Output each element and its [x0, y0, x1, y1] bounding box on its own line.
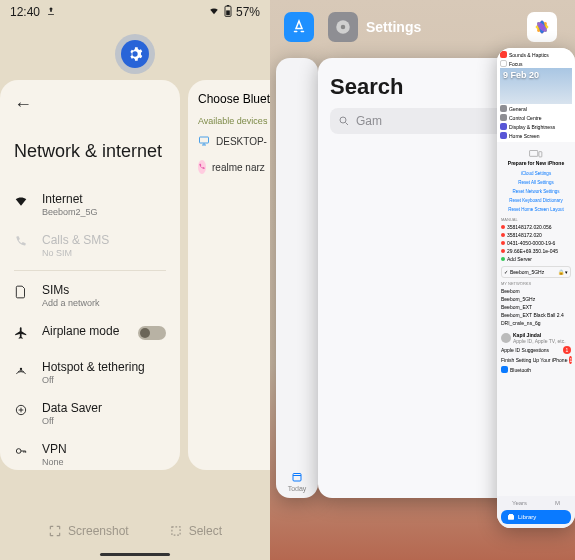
datasaver-icon [14, 403, 30, 421]
phone-icon [14, 235, 30, 253]
svg-rect-19 [539, 152, 542, 157]
sim-icon [14, 285, 30, 303]
wifi-net[interactable]: Beebom_EXT Black Ball 2.4 [501, 311, 571, 319]
reset-keyboard[interactable]: Reset Keyboard Dictionary [501, 196, 571, 205]
icloud-link[interactable]: iCloud Settings [501, 169, 571, 178]
settings-search-card[interactable]: Search Gam [318, 58, 518, 498]
reset-network[interactable]: Reset Network Settings [501, 187, 571, 196]
svg-rect-16 [293, 474, 301, 482]
upload-icon [46, 5, 56, 19]
device-phone[interactable]: realme narz [198, 160, 260, 174]
item-datasaver[interactable]: Data SaverOff [14, 393, 166, 434]
divider [14, 270, 166, 271]
library-tab[interactable]: Library [501, 510, 571, 524]
svg-rect-2 [227, 5, 229, 6]
svg-rect-18 [530, 151, 538, 157]
available-label: Available devices [198, 116, 260, 126]
home-indicator[interactable] [100, 553, 170, 556]
item-internet[interactable]: InternetBeebom2_5G [14, 184, 166, 225]
wifi-net[interactable]: Beebom [501, 287, 571, 295]
bluetooth-title: Choose Bluetooth [198, 92, 260, 106]
search-title: Search [330, 74, 506, 100]
battery-icon [224, 5, 232, 20]
recent-actions: Screenshot Select [0, 524, 270, 538]
wifi-icon [208, 5, 220, 19]
devices-icon [529, 149, 543, 159]
monitor-icon [198, 134, 210, 148]
svg-point-9 [341, 25, 346, 30]
appleid-suggestions[interactable]: Apple ID Suggestions1 [501, 345, 571, 355]
bluetooth-card: Choose Bluetooth Available devices DESKT… [188, 80, 270, 470]
item-calls-sms[interactable]: Calls & SMSNo SIM [14, 225, 166, 266]
item-sims[interactable]: SIMsAdd a network [14, 275, 166, 316]
search-placeholder: Gam [356, 114, 382, 128]
vpn-icon [14, 444, 30, 462]
years-tab[interactable]: Years [512, 500, 527, 506]
svg-point-3 [20, 368, 22, 370]
ios-pane: Settings Today Search Gam Sounds & Hapti… [270, 0, 575, 560]
svg-rect-7 [172, 527, 180, 535]
android-pane: 12:40 57% ← Network & internet InternetB… [0, 0, 270, 560]
appstore-card[interactable]: Today [276, 58, 318, 498]
svg-rect-20 [508, 515, 514, 520]
today-tab[interactable]: Today [276, 471, 318, 492]
airplane-toggle[interactable] [138, 326, 166, 340]
status-time: 12:40 [10, 5, 40, 19]
settings-icon[interactable] [328, 12, 358, 42]
battery-percent: 57% [236, 5, 260, 19]
hotspot-icon [14, 362, 30, 380]
appstore-icon[interactable] [284, 12, 314, 42]
settings-label: Settings [366, 19, 421, 35]
svg-point-17 [340, 117, 346, 123]
finish-setup[interactable]: Finish Setting Up Your iPhone1 [501, 355, 571, 365]
wifi-net[interactable]: Beebom_5GHz [501, 295, 571, 303]
reset-all[interactable]: Reset All Settings [501, 178, 571, 187]
settings-card: ← Network & internet InternetBeebom2_5G … [0, 80, 180, 470]
phone-pink-icon [198, 160, 206, 174]
back-arrow-icon[interactable]: ← [14, 94, 32, 115]
svg-rect-6 [200, 137, 209, 143]
svg-rect-1 [226, 10, 230, 15]
wifi-icon [14, 194, 30, 212]
page-title: Network & internet [14, 141, 166, 162]
settings-app-icon[interactable] [121, 40, 149, 68]
photos-icon[interactable] [527, 12, 557, 42]
screenshot-button[interactable]: Screenshot [48, 524, 129, 538]
svg-point-5 [16, 449, 21, 454]
photo-date: 9 Feb 20 [500, 68, 572, 104]
svg-rect-21 [509, 514, 513, 515]
wifi-net[interactable]: Beebom_EXT [501, 303, 571, 311]
plane-icon [14, 326, 30, 344]
device-desktop[interactable]: DESKTOP- [198, 134, 260, 148]
search-input[interactable]: Gam [330, 108, 506, 134]
reset-home[interactable]: Reset Home Screen Layout [501, 205, 571, 214]
select-button[interactable]: Select [169, 524, 222, 538]
photos-settings-preview: Sounds & Haptics Focus 9 Feb 20 General … [497, 48, 575, 142]
wifi-net[interactable]: DRI_cnsle_ns_6g [501, 319, 571, 327]
status-bar: 12:40 57% [0, 0, 270, 24]
item-vpn[interactable]: VPNNone [14, 434, 166, 470]
item-hotspot[interactable]: Hotspot & tetheringOff [14, 352, 166, 393]
photos-card[interactable]: Sounds & Haptics Focus 9 Feb 20 General … [497, 48, 575, 528]
item-airplane[interactable]: Airplane mode [14, 316, 166, 352]
